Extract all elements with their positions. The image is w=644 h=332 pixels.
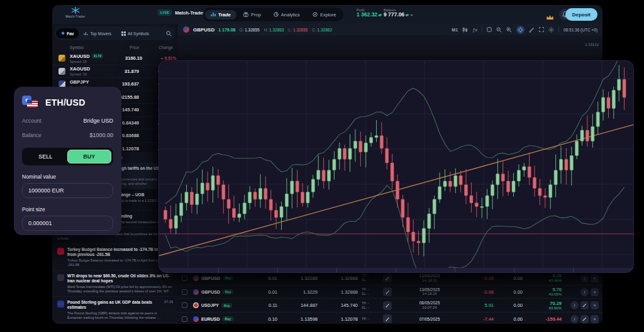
row-checkbox[interactable] xyxy=(182,275,187,281)
close-icon[interactable]: × xyxy=(591,315,599,323)
news-item[interactable]: WTI drops to near $60.50, crude Oil slid… xyxy=(52,270,178,297)
chart-type-button[interactable] xyxy=(462,27,468,33)
indicators-button[interactable]: ƒx xyxy=(472,27,477,33)
deposit-button[interactable]: Deposit xyxy=(565,8,597,21)
premium-crown-icon[interactable] xyxy=(546,11,554,23)
edit-icon[interactable] xyxy=(580,301,589,309)
position-symbol: EURUSDBuy xyxy=(193,316,251,322)
edit-position-button[interactable] xyxy=(383,274,392,282)
symbol-name: GBPJPY xyxy=(70,79,100,85)
f-tr-icon xyxy=(57,248,64,255)
position-volume: 0.01 xyxy=(251,289,277,295)
commission-value: 0.00 xyxy=(494,275,523,281)
eurusd-flag-icon xyxy=(193,316,199,322)
profit-block: Profit 1 362.32⇄ xyxy=(357,8,382,18)
nominal-value-input[interactable] xyxy=(22,183,113,198)
tp-value: TP: - xyxy=(362,301,383,306)
edit-cell xyxy=(383,314,401,323)
position-symbol-name: GBPUSD xyxy=(201,276,220,280)
chart-time-scrollbar[interactable] xyxy=(159,268,633,272)
info-icon[interactable]: i xyxy=(580,274,589,282)
usdjpy-flag-icon xyxy=(193,302,199,308)
sell-button[interactable]: SELL xyxy=(24,150,67,163)
symbol-spread: Spread: 19 xyxy=(70,72,100,76)
close-icon[interactable]: × xyxy=(591,301,599,309)
nav-tab-trade[interactable]: Trade xyxy=(205,10,236,19)
nav-tab-label: Trade xyxy=(218,12,231,18)
open-datetime: 08/05/202510:07:24 xyxy=(401,301,458,310)
chart-tools: M1 ƒx 08:51:36 (UTC +0) xyxy=(452,26,597,34)
row-checkbox[interactable] xyxy=(182,316,187,322)
news-body: WTI drops to near $60.50, crude Oil slid… xyxy=(67,274,173,294)
search-icon xyxy=(166,31,172,36)
position-volume: 0.01 xyxy=(251,275,277,281)
row-checkbox[interactable] xyxy=(182,289,187,295)
tab-all-symbols[interactable]: All Symbols xyxy=(116,29,154,38)
position-row-gbpusd: GBPUSDBuy0.011.32291.32868TP: -SL: -13/0… xyxy=(178,285,602,299)
candlestick-chart[interactable] xyxy=(159,61,633,268)
news-item[interactable]: Pound Sterling gains as UK GDP data beat… xyxy=(52,297,178,323)
zoom-in-button[interactable] xyxy=(506,27,512,33)
position-symbol-name: USDJPY xyxy=(201,303,219,307)
sl-value: SL: - xyxy=(362,292,383,296)
settings-button[interactable] xyxy=(548,27,554,33)
timeframe-button[interactable]: M1 xyxy=(452,28,458,32)
row-actions: i× xyxy=(562,288,600,296)
position-row-gbpusd: GBPUSDBuy0.011.322851.32868TP: -SL: -13/… xyxy=(178,272,602,285)
tab-top-movers[interactable]: Top Movers xyxy=(79,29,116,38)
fullscreen-button[interactable] xyxy=(539,27,544,32)
edit-icon[interactable] xyxy=(580,315,589,323)
swap-value: -0.08 xyxy=(458,289,494,295)
edit-position-button[interactable] xyxy=(383,301,392,310)
symbol-search-button[interactable] xyxy=(166,31,172,36)
modal-balance-value: $1000.00 xyxy=(89,132,113,138)
tp-sl-cell: TP: -SL: - xyxy=(358,274,383,282)
profit-value: 5.75 xyxy=(523,273,562,279)
info-icon[interactable]: i xyxy=(570,301,579,309)
position-volume: 0.10 xyxy=(251,316,277,322)
candlestick-icon xyxy=(462,27,468,33)
modal-symbol-title: ETH/USD xyxy=(45,97,86,108)
account-label: Account xyxy=(22,118,42,124)
nav-tab-label: Explore xyxy=(320,12,336,18)
swap-value: 5.91 xyxy=(458,302,494,308)
buy-button[interactable]: BUY xyxy=(67,150,112,163)
open-price: 1.13598 xyxy=(277,316,318,322)
modal-header: € ETH/USD xyxy=(22,96,113,109)
position-symbol: USDJPYBuy xyxy=(193,302,251,308)
crosshair-button[interactable] xyxy=(516,26,525,34)
info-icon[interactable]: i xyxy=(570,315,579,323)
close-icon[interactable]: × xyxy=(591,274,599,282)
selection-button[interactable] xyxy=(487,27,492,32)
floating-chart-panel[interactable] xyxy=(158,60,634,273)
ohlc-readout: O: 1.32855 H: 1.32863 L: 1.32855 C: 1.32… xyxy=(239,28,332,32)
row-checkbox[interactable] xyxy=(182,302,187,308)
tp-sl-cell: TP: - xyxy=(358,317,383,321)
divider xyxy=(482,26,482,33)
account-stats-chevron-icon[interactable]: ▾ xyxy=(411,13,413,17)
edit-position-button[interactable] xyxy=(383,314,392,323)
nav-tab-prop[interactable]: Prop xyxy=(238,10,267,19)
symbol-name-text: GBPJPY xyxy=(70,79,89,85)
commission-value: 0.00 xyxy=(494,289,523,295)
news-headline: Turkey Budget Balance increased to -174.… xyxy=(67,247,173,257)
draw-button[interactable] xyxy=(529,27,535,33)
info-icon[interactable]: i xyxy=(580,288,589,296)
nav-tab-analytics[interactable]: Analytics xyxy=(268,10,306,19)
zoom-out-button[interactable] xyxy=(496,27,502,33)
profit-percent: 43.08% xyxy=(523,292,562,297)
tp-value: TP: - xyxy=(362,274,383,278)
square-icon xyxy=(487,27,492,32)
symbol-price: 31.879 xyxy=(100,69,139,74)
tab-fav[interactable]: ★ Fav xyxy=(56,28,79,38)
point-size-input[interactable] xyxy=(22,216,113,231)
open-time: 14:18:33 xyxy=(401,279,458,283)
close-icon[interactable]: × xyxy=(591,288,599,296)
pencil-icon xyxy=(529,27,535,33)
sl-value: SL: - xyxy=(362,278,383,282)
news-item[interactable]: Germany's Klingbeil: EU prepared to act … xyxy=(52,323,178,324)
swap-arrows-icon: ⇄ xyxy=(406,13,409,17)
nav-tab-explore[interactable]: Explore xyxy=(307,10,341,19)
desktop-background: Match-Trader LIVE Match-Trader ... ▾ Tra… xyxy=(0,0,644,332)
edit-position-button[interactable] xyxy=(383,287,392,296)
